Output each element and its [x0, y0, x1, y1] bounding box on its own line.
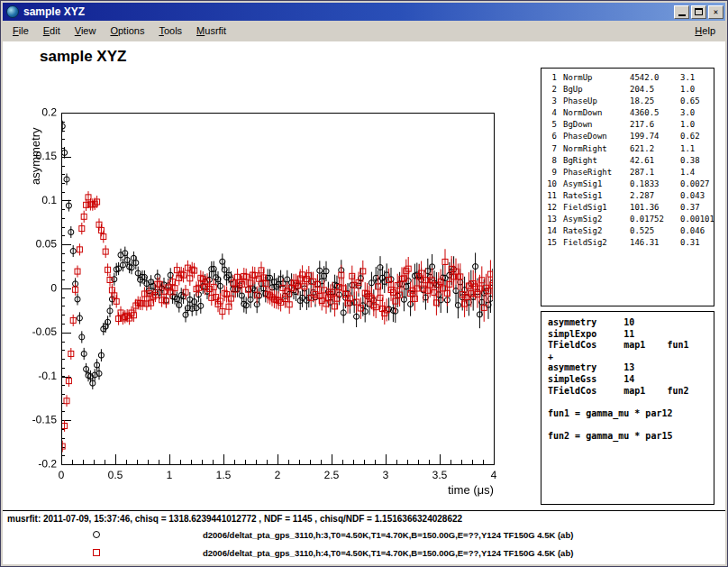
param-error: 0.31: [680, 237, 714, 249]
param-value: 18.25: [630, 96, 680, 107]
menu-options[interactable]: Options: [103, 21, 151, 41]
param-name: PhaseUp: [563, 96, 630, 107]
param-row: 2BgUp204.51.0: [541, 84, 714, 96]
param-error: 0.62: [680, 131, 714, 142]
legend-marker-square-icon: [93, 549, 100, 556]
param-no: 8: [541, 155, 557, 167]
param-no: 15: [541, 237, 557, 249]
param-error: 0.65: [680, 96, 714, 107]
param-row: 9PhaseRight287.11.4: [541, 167, 714, 178]
param-value: 4542.0: [630, 72, 680, 84]
close-icon: ✕: [714, 7, 718, 16]
param-row: 6PhaseDown199.740.62: [541, 131, 714, 142]
legend-label: d2006/deltat_pta_gps_3110,h:4,T0=4.50K,T…: [203, 548, 573, 558]
param-row: 4NormDown4360.53.0: [541, 107, 714, 119]
minimize-button[interactable]: [674, 5, 689, 19]
param-row: 15FieldSig2146.310.31: [541, 237, 714, 249]
param-no: 12: [541, 202, 557, 214]
param-value: 4360.5: [630, 107, 680, 119]
param-name: FieldSig2: [563, 237, 630, 249]
param-row: 1NormUp4542.03.1: [541, 72, 714, 84]
menu-left: FileEditViewOptionsToolsMusrfit: [5, 21, 687, 41]
param-no: 6: [541, 131, 557, 142]
plot-legend: d2006/deltat_pta_gps_3110,h:3,T0=4.50K,T…: [3, 526, 725, 562]
param-name: NormDown: [563, 107, 630, 119]
param-no: 5: [541, 119, 557, 131]
param-no: 10: [541, 178, 557, 190]
param-error: 0.00101: [680, 214, 714, 225]
param-name: NormRight: [563, 143, 630, 155]
plot-title: sample XYZ: [40, 48, 126, 66]
param-no: 14: [541, 225, 557, 237]
param-error: 1.4: [680, 167, 714, 178]
param-row: 12FieldSig1101.360.37: [541, 202, 714, 214]
plot-client-area: sample XYZ 1NormUp4542.03.12BgUp204.51.0…: [3, 41, 725, 564]
menu-right: Help: [687, 21, 723, 41]
param-no: 7: [541, 143, 557, 155]
app-icon[interactable]: [6, 5, 19, 18]
menu-edit[interactable]: Edit: [36, 21, 68, 41]
minimize-icon: [678, 14, 686, 16]
close-button[interactable]: ✕: [708, 5, 723, 19]
asymmetry-plot-canvas[interactable]: [27, 86, 532, 509]
param-no: 9: [541, 167, 557, 178]
param-error: 3.1: [680, 72, 714, 84]
menu-file[interactable]: File: [5, 21, 36, 41]
param-row: 14RateSig20.5250.046: [541, 225, 714, 237]
param-name: AsymSig2: [563, 214, 630, 225]
param-no: 3: [541, 96, 557, 107]
param-value: 217.6: [630, 119, 680, 131]
param-value: 0.01752: [630, 214, 680, 225]
param-row: 5BgDown217.61.0: [541, 119, 714, 131]
param-no: 13: [541, 214, 557, 225]
fit-status-line: musrfit: 2011-07-09, 15:37:46, chisq = 1…: [7, 514, 462, 524]
param-name: BgUp: [563, 84, 630, 96]
param-name: RateSig2: [563, 225, 630, 237]
menu-tools[interactable]: Tools: [151, 21, 189, 41]
fit-parameters-box: 1NormUp4542.03.12BgUp204.51.03PhaseUp18.…: [541, 68, 714, 306]
param-row: 11RateSig12.2870.043: [541, 190, 714, 202]
param-no: 1: [541, 72, 557, 84]
menu-help[interactable]: Help: [687, 21, 723, 41]
param-row: 13AsymSig20.017520.00101: [541, 214, 714, 225]
param-error: 3.0: [680, 107, 714, 119]
titlebar[interactable]: sample XYZ ✕: [3, 3, 725, 21]
param-error: 1.0: [680, 84, 714, 96]
param-error: 0.38: [680, 155, 714, 167]
param-name: PhaseDown: [563, 131, 630, 142]
param-name: BgDown: [563, 119, 630, 131]
param-no: 2: [541, 84, 557, 96]
param-value: 0.1833: [630, 178, 680, 190]
menu-view[interactable]: View: [68, 21, 104, 41]
param-name: RateSig1: [563, 190, 630, 202]
maximize-button[interactable]: [691, 5, 706, 19]
legend-label: d2006/deltat_pta_gps_3110,h:3,T0=4.50K,T…: [203, 530, 573, 540]
footer-divider: [3, 510, 725, 511]
param-row: 8BgRight42.610.38: [541, 155, 714, 167]
param-name: FieldSig1: [563, 202, 630, 214]
param-error: 0.0027: [680, 178, 714, 190]
param-value: 204.5: [630, 84, 680, 96]
menubar: FileEditViewOptionsToolsMusrfit Help: [3, 21, 725, 41]
param-value: 0.525: [630, 225, 680, 237]
param-name: BgRight: [563, 155, 630, 167]
theory-box: asymmetry 10 simplExpo 11 TFieldCos map1…: [541, 311, 714, 505]
menu-musrfit[interactable]: Musrfit: [189, 21, 233, 41]
param-error: 1.1: [680, 143, 714, 155]
legend-row: d2006/deltat_pta_gps_3110,h:4,T0=4.50K,T…: [3, 544, 725, 562]
param-row: 3PhaseUp18.250.65: [541, 96, 714, 107]
legend-row: d2006/deltat_pta_gps_3110,h:3,T0=4.50K,T…: [3, 526, 725, 544]
param-row: 7NormRight621.21.1: [541, 143, 714, 155]
param-name: AsymSig1: [563, 178, 630, 190]
window-title: sample XYZ: [23, 5, 672, 18]
param-value: 287.1: [630, 167, 680, 178]
theory-text: asymmetry 10 simplExpo 11 TFieldCos map1…: [541, 312, 714, 443]
maximize-icon: [695, 8, 703, 15]
param-error: 0.37: [680, 202, 714, 214]
param-error: 1.0: [680, 119, 714, 131]
param-no: 11: [541, 190, 557, 202]
param-error: 0.043: [680, 190, 714, 202]
param-name: PhaseRight: [563, 167, 630, 178]
param-value: 2.287: [630, 190, 680, 202]
param-value: 101.36: [630, 202, 680, 214]
